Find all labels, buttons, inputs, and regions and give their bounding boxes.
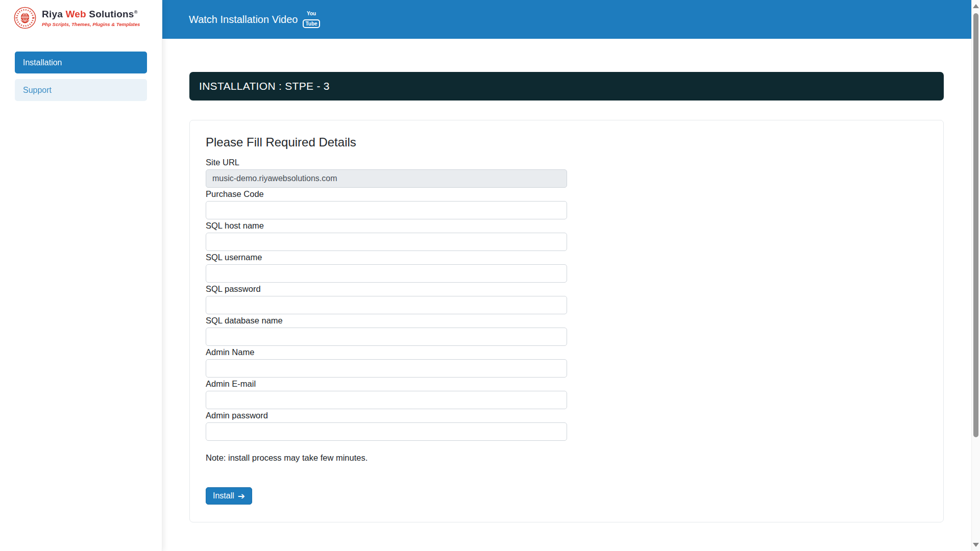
sql-username-label: SQL username	[206, 252, 567, 262]
site-url-field: Site URL	[206, 157, 567, 188]
sidebar-item-label: Installation	[23, 58, 62, 67]
right-arrow-icon: ➔	[238, 492, 245, 500]
top-header-bar: Watch Installation Video You Tube	[162, 0, 971, 39]
banner-title: INSTALLATION : STPE - 3	[199, 80, 330, 92]
sql-password-label: SQL password	[206, 284, 567, 294]
admin-email-input[interactable]	[206, 391, 567, 409]
purchase-code-field: Purchase Code	[206, 189, 567, 219]
scrollbar-thumb[interactable]	[973, 13, 978, 437]
installation-form-card: Please Fill Required Details Site URL Pu…	[189, 120, 944, 522]
scrollbar-down-icon[interactable]	[973, 543, 979, 547]
admin-password-field: Admin password	[206, 410, 567, 441]
sql-host-name-field: SQL host name	[206, 220, 567, 251]
purchase-code-label: Purchase Code	[206, 189, 567, 199]
main-content: INSTALLATION : STPE - 3 Please Fill Requ…	[162, 39, 971, 522]
admin-name-input[interactable]	[206, 359, 567, 378]
watch-video-label: Watch Installation Video	[189, 14, 298, 26]
sql-password-input[interactable]	[206, 296, 567, 314]
site-url-label: Site URL	[206, 157, 567, 167]
brand-tagline: Php Scripts, Themes, Plugins & Templates	[42, 21, 140, 27]
installation-step-banner: INSTALLATION : STPE - 3	[189, 72, 944, 101]
registered-mark: ®	[134, 10, 138, 15]
sql-database-name-input[interactable]	[206, 328, 567, 346]
admin-password-label: Admin password	[206, 410, 567, 420]
card-heading: Please Fill Required Details	[206, 135, 927, 149]
admin-email-field: Admin E-mail	[206, 379, 567, 409]
sql-username-field: SQL username	[206, 252, 567, 283]
sql-host-name-input[interactable]	[206, 233, 567, 251]
admin-password-input[interactable]	[206, 422, 567, 441]
sidebar-item-label: Support	[23, 86, 52, 95]
admin-email-label: Admin E-mail	[206, 379, 567, 389]
vertical-scrollbar[interactable]	[971, 0, 980, 551]
watch-installation-video-link[interactable]: Watch Installation Video You Tube	[189, 11, 320, 28]
brand-name: Riya Web Solutions®	[42, 9, 140, 20]
admin-name-field: Admin Name	[206, 347, 567, 378]
sidebar: Riya Web Solutions® Php Scripts, Themes,…	[0, 0, 162, 551]
sql-host-name-label: SQL host name	[206, 220, 567, 231]
site-url-input[interactable]	[206, 169, 567, 188]
sidebar-menu: Installation Support	[0, 52, 162, 101]
sql-password-field: SQL password	[206, 284, 567, 314]
sidebar-item-support[interactable]: Support	[15, 79, 147, 101]
scrollbar-up-icon[interactable]	[973, 4, 979, 8]
logo: Riya Web Solutions® Php Scripts, Themes,…	[0, 0, 162, 30]
install-button[interactable]: Install ➔	[206, 487, 252, 505]
purchase-code-input[interactable]	[206, 201, 567, 219]
youtube-icon[interactable]: You Tube	[303, 11, 320, 28]
logo-text: Riya Web Solutions® Php Scripts, Themes,…	[42, 9, 140, 27]
install-button-label: Install	[213, 491, 234, 500]
sql-database-name-field: SQL database name	[206, 315, 567, 346]
riya-stamp-icon	[13, 6, 37, 30]
sql-database-name-label: SQL database name	[206, 315, 567, 325]
sql-username-input[interactable]	[206, 264, 567, 283]
admin-name-label: Admin Name	[206, 347, 567, 357]
sidebar-item-installation[interactable]: Installation	[15, 52, 147, 73]
install-note: Note: install process may take few minut…	[206, 453, 927, 463]
